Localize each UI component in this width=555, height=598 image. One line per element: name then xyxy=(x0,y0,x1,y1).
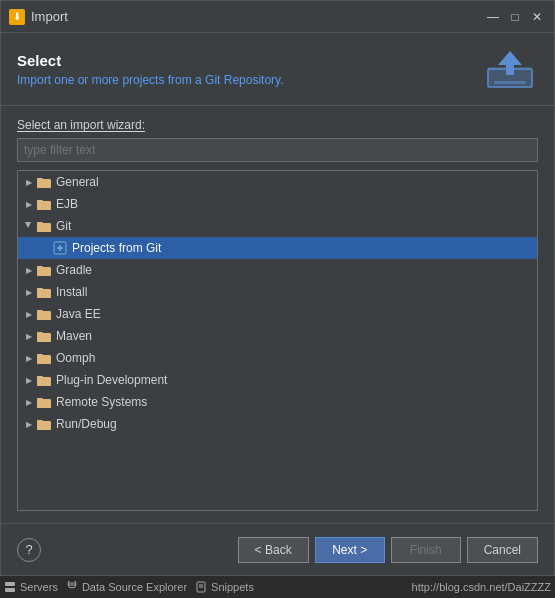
expand-arrow-plugin-dev: ▶ xyxy=(22,373,36,387)
help-button[interactable]: ? xyxy=(17,538,41,562)
svg-rect-5 xyxy=(37,178,43,181)
back-button[interactable]: < Back xyxy=(238,537,309,563)
taskbar-servers[interactable]: Servers xyxy=(4,581,58,593)
header-section: Select Import one or more projects from … xyxy=(1,33,554,106)
tree-item-install[interactable]: ▶ Install xyxy=(18,281,537,303)
svg-rect-9 xyxy=(37,222,43,225)
svg-rect-29 xyxy=(5,582,15,586)
footer: ? < Back Next > Finish Cancel xyxy=(1,523,554,575)
minimize-button[interactable]: — xyxy=(484,8,502,26)
finish-button[interactable]: Finish xyxy=(391,537,461,563)
titlebar: ⬇ Import — □ ✕ xyxy=(1,1,554,33)
datasource-label: Data Source Explorer xyxy=(82,581,187,593)
expand-arrow-install: ▶ xyxy=(22,285,36,299)
footer-buttons: < Back Next > Finish Cancel xyxy=(238,537,538,563)
expand-arrow-remote-systems: ▶ xyxy=(22,395,36,409)
expand-arrow-projects xyxy=(38,241,52,255)
git-node-icon xyxy=(52,240,68,256)
svg-rect-30 xyxy=(5,588,15,592)
svg-point-32 xyxy=(68,582,76,586)
wizard-label: Select an import wizard: xyxy=(17,118,538,132)
gradle-label: Gradle xyxy=(56,263,92,277)
cancel-button[interactable]: Cancel xyxy=(467,537,538,563)
remote-systems-label: Remote Systems xyxy=(56,395,147,409)
filter-input[interactable] xyxy=(17,138,538,162)
maximize-button[interactable]: □ xyxy=(506,8,524,26)
tree-item-ejb[interactable]: ▶ EJB xyxy=(18,193,537,215)
tree-item-plugin-dev[interactable]: ▶ Plug-in Development xyxy=(18,369,537,391)
tree-item-oomph[interactable]: ▶ Oomph xyxy=(18,347,537,369)
expand-arrow-maven: ▶ xyxy=(22,329,36,343)
taskbar-url: http://blog.csdn.net/DaiZZZZ xyxy=(412,581,551,593)
expand-arrow-gradle: ▶ xyxy=(22,263,36,277)
folder-icon-general xyxy=(36,174,52,190)
folder-icon-maven xyxy=(36,328,52,344)
java-ee-label: Java EE xyxy=(56,307,101,321)
header-text: Select Import one or more projects from … xyxy=(17,52,482,87)
folder-icon-run-debug xyxy=(36,416,52,432)
folder-icon-ejb xyxy=(36,196,52,212)
git-label: Git xyxy=(56,219,71,233)
tree-item-gradle[interactable]: ▶ Gradle xyxy=(18,259,537,281)
datasource-icon xyxy=(66,581,78,593)
tree-item-general[interactable]: ▶ General xyxy=(18,171,537,193)
folder-icon-git xyxy=(36,218,52,234)
close-button[interactable]: ✕ xyxy=(528,8,546,26)
general-label: General xyxy=(56,175,99,189)
run-debug-label: Run/Debug xyxy=(56,417,117,431)
tree-container[interactable]: ▶ General ▶ EJB ▶ Git xyxy=(17,170,538,511)
install-label: Install xyxy=(56,285,87,299)
expand-arrow-git: ▶ xyxy=(22,218,36,232)
svg-rect-24 xyxy=(37,376,43,379)
header-title: Select xyxy=(17,52,482,69)
window-icon: ⬇ xyxy=(9,9,25,25)
svg-rect-3 xyxy=(494,81,526,84)
tree-item-remote-systems[interactable]: ▶ Remote Systems xyxy=(18,391,537,413)
import-window: ⬇ Import — □ ✕ Select Import one or more… xyxy=(0,0,555,576)
import-icon xyxy=(484,47,536,91)
svg-rect-7 xyxy=(37,200,43,203)
svg-rect-28 xyxy=(37,420,43,423)
header-subtitle: Import one or more projects from a Git R… xyxy=(17,73,482,87)
folder-icon-plugin-dev xyxy=(36,372,52,388)
expand-arrow-oomph: ▶ xyxy=(22,351,36,365)
plugin-dev-label: Plug-in Development xyxy=(56,373,167,387)
tree-item-projects-from-git[interactable]: Projects from Git xyxy=(18,237,537,259)
taskbar-datasource[interactable]: Data Source Explorer xyxy=(66,581,187,593)
snippets-label: Snippets xyxy=(211,581,254,593)
expand-arrow-ejb: ▶ xyxy=(22,197,36,211)
oomph-label: Oomph xyxy=(56,351,95,365)
folder-icon-java-ee xyxy=(36,306,52,322)
svg-rect-16 xyxy=(37,288,43,291)
expand-arrow-run-debug: ▶ xyxy=(22,417,36,431)
svg-rect-18 xyxy=(37,310,43,313)
svg-rect-20 xyxy=(37,332,43,335)
main-content: Select an import wizard: ▶ General ▶ EJB xyxy=(1,106,554,523)
maven-label: Maven xyxy=(56,329,92,343)
servers-label: Servers xyxy=(20,581,58,593)
window-title: Import xyxy=(31,9,484,24)
expand-arrow-general: ▶ xyxy=(22,175,36,189)
folder-icon-install xyxy=(36,284,52,300)
folder-icon-oomph xyxy=(36,350,52,366)
tree-item-run-debug[interactable]: ▶ Run/Debug xyxy=(18,413,537,435)
expand-arrow-java-ee: ▶ xyxy=(22,307,36,321)
next-button[interactable]: Next > xyxy=(315,537,385,563)
servers-icon xyxy=(4,581,16,593)
tree-item-java-ee[interactable]: ▶ Java EE xyxy=(18,303,537,325)
projects-from-git-label: Projects from Git xyxy=(72,241,161,255)
taskbar-snippets[interactable]: Snippets xyxy=(195,581,254,593)
snippets-icon xyxy=(195,581,207,593)
tree-item-maven[interactable]: ▶ Maven xyxy=(18,325,537,347)
svg-rect-22 xyxy=(37,354,43,357)
svg-rect-14 xyxy=(37,266,43,269)
taskbar: Servers Data Source Explorer Snippets ht… xyxy=(0,576,555,598)
window-controls: — □ ✕ xyxy=(484,8,546,26)
tree-item-git[interactable]: ▶ Git xyxy=(18,215,537,237)
folder-icon-gradle xyxy=(36,262,52,278)
folder-icon-remote-systems xyxy=(36,394,52,410)
header-icon xyxy=(482,45,538,93)
ejb-label: EJB xyxy=(56,197,78,211)
svg-rect-26 xyxy=(37,398,43,401)
